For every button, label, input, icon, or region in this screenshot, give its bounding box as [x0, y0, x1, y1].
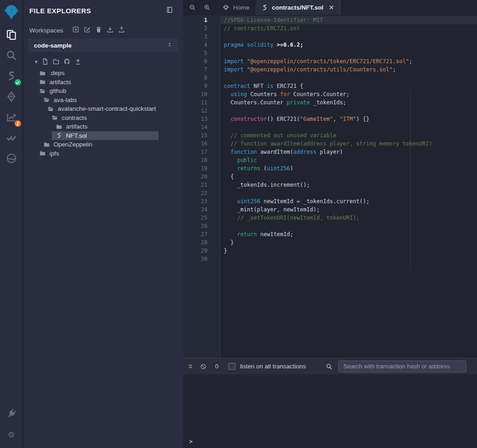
code-text: { — [220, 173, 477, 181]
remix-logo[interactable] — [3, 3, 20, 22]
code-line-9: 9contract NFT is ERC721 { — [183, 82, 477, 90]
code-text: returns (uint256) — [220, 164, 477, 173]
line-number: 21 — [183, 181, 220, 189]
code-text: // contracts/ERC721.sol — [220, 24, 477, 32]
line-number: 18 — [183, 156, 220, 164]
book-icon[interactable] — [166, 6, 173, 15]
sidebar-icon-file-explorer[interactable] — [5, 29, 18, 43]
workspaces-label: Workspaces — [29, 27, 63, 34]
sidebar-icon-plugin-sphere[interactable] — [5, 152, 18, 166]
code-line-30: 30 — [183, 255, 477, 263]
code-text: _tokenIds.increment(); — [220, 181, 477, 189]
tree-item-contracts[interactable]: contracts — [23, 113, 183, 123]
code-text: // _setTokenURI(newItemId, tokenURI); — [220, 214, 477, 222]
notification-badge: 1 — [14, 120, 22, 127]
tree-item-github[interactable]: github — [23, 86, 183, 96]
line-number: 24 — [183, 205, 220, 214]
sidebar-icon-plugin-manager[interactable] — [5, 408, 18, 421]
code-line-25: 25 // _setTokenURI(newItemId, tokenURI); — [183, 214, 477, 222]
clone-github-icon[interactable] — [64, 58, 70, 65]
collapse-tree-icon[interactable]: ▾ — [35, 59, 38, 65]
expand-terminal-icon[interactable] — [187, 363, 194, 370]
tree-item-label: github — [49, 87, 66, 94]
sidebar-icon-statistics[interactable]: 1 — [5, 111, 18, 125]
line-number: 14 — [183, 123, 220, 131]
code-text: // commented out unused variable — [220, 131, 477, 140]
line-number: 6 — [183, 57, 220, 65]
folder-open-icon — [48, 106, 54, 112]
terminal-toolbar: 0 listen on all transactions — [183, 358, 477, 374]
tree-item-artifacts[interactable]: artifacts — [23, 78, 183, 87]
terminal-panel: 0 listen on all transactions > — [183, 358, 477, 448]
sidebar-icon-solidity-compiler[interactable] — [5, 70, 18, 84]
new-folder-icon[interactable] — [53, 58, 60, 65]
code-editor[interactable]: 1//SPDX-License-Identifier: MIT2// contr… — [183, 15, 477, 358]
code-line-5: 5 — [183, 49, 477, 57]
tree-item-label: NFT.sol — [66, 132, 87, 139]
new-file-icon[interactable] — [42, 58, 49, 65]
code-line-8: 8 — [183, 74, 477, 82]
tree-item-label: contracts — [62, 114, 87, 121]
file-explorer-panel: FILE EXPLORERS Workspaces code-sample ▾ … — [23, 0, 183, 448]
code-line-19: 19 returns (uint256) — [183, 164, 477, 173]
line-number: 20 — [183, 173, 220, 181]
zoom-out-button[interactable] — [189, 4, 196, 11]
code-text — [220, 49, 477, 57]
tree-item-ipfs[interactable]: ipfs — [23, 149, 183, 158]
tree-item-ava-labs[interactable]: ava-labs — [23, 96, 183, 105]
panel-title: FILE EXPLORERS — [29, 7, 91, 15]
tree-item-nft-sol[interactable]: NFT.sol — [52, 131, 158, 140]
unit-testing-icon — [6, 132, 17, 145]
code-line-26: 26 — [183, 222, 477, 230]
code-text — [220, 123, 477, 131]
code-line-24: 24 _mint(player, newItemId); — [183, 205, 477, 214]
tree-item-label: artifacts — [49, 79, 71, 86]
tree-item-label: ipfs — [49, 150, 59, 157]
tree-toolbar: ▾ — [23, 52, 183, 67]
code-text — [220, 189, 477, 197]
file-tree: .depsartifactsgithubava-labsavalanche-sm… — [23, 69, 183, 158]
close-tab-icon[interactable]: ✕ — [329, 4, 334, 11]
line-number: 27 — [183, 230, 220, 238]
upload-file-icon[interactable] — [75, 58, 81, 65]
sidebar-icon-deploy-and-run[interactable] — [5, 91, 18, 104]
workspace-selected: code-sample — [34, 42, 72, 49]
tab-home[interactable]: Home — [217, 0, 255, 15]
code-line-27: 27 return newItemId; — [183, 230, 477, 238]
solidity-icon — [56, 132, 62, 139]
line-number: 9 — [183, 82, 220, 90]
code-text: import "@openzeppelin/contracts/token/ER… — [220, 57, 477, 65]
code-text — [220, 222, 477, 230]
tree-item-artifacts[interactable]: artifacts — [23, 122, 183, 131]
restore-workspace-icon[interactable] — [118, 26, 125, 34]
delete-workspace-icon[interactable] — [95, 26, 102, 34]
create-workspace-icon[interactable] — [72, 26, 79, 34]
line-number: 16 — [183, 140, 220, 148]
sidebar-icon-solidity-unit-testing[interactable] — [5, 132, 18, 146]
code-text — [220, 255, 477, 263]
code-line-1: 1//SPDX-License-Identifier: MIT — [183, 16, 477, 24]
line-number: 11 — [183, 98, 220, 107]
terminal-output[interactable]: > — [183, 374, 477, 448]
code-text: //SPDX-License-Identifier: MIT — [220, 16, 477, 24]
clear-console-icon[interactable] — [200, 363, 206, 370]
listen-transactions-checkbox[interactable] — [228, 363, 235, 370]
rename-workspace-icon[interactable] — [84, 26, 91, 34]
sidebar-icon-search[interactable] — [5, 49, 18, 63]
line-number: 28 — [183, 238, 220, 247]
code-text: using Counters for Counters.Counter; — [220, 90, 477, 98]
code-text: public — [220, 156, 477, 164]
tree-item-openzeppelin[interactable]: OpenZeppelin — [23, 140, 183, 149]
tree-item-avalanche-smart-contract-quickstart[interactable]: avalanche-smart-contract-quickstart — [23, 104, 183, 113]
code-line-7: 7import "@openzeppelin/contracts/utils/C… — [183, 65, 477, 74]
code-line-6: 6import "@openzeppelin/contracts/token/E… — [183, 57, 477, 65]
zoom-in-button[interactable] — [204, 4, 211, 11]
sphere-icon — [6, 153, 17, 166]
folder-open-icon — [52, 114, 58, 121]
sidebar-icon-settings[interactable]: ⚙ — [5, 428, 18, 442]
workspace-select[interactable]: code-sample — [28, 38, 179, 52]
terminal-search-input[interactable] — [338, 361, 466, 372]
tab-contracts-nft-sol[interactable]: contracts/NFT.sol✕ — [255, 0, 340, 15]
download-workspace-icon[interactable] — [107, 26, 114, 34]
tree-item--deps[interactable]: .deps — [23, 69, 183, 78]
